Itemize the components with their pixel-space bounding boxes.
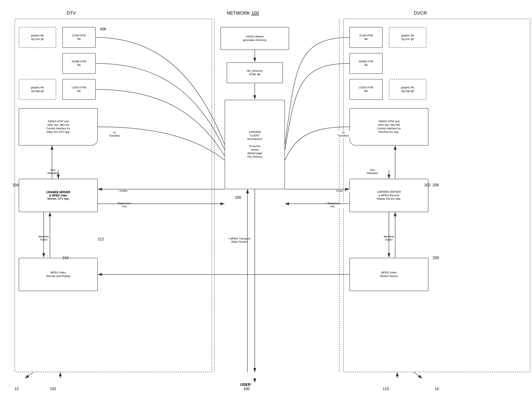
web-server-dtv: 1394WEB SERVER& MPEG VideoService, DTV A…: [19, 179, 98, 212]
graphic-file-icon-dvcr: graphic fileeg icon gif: [389, 27, 426, 48]
ref-210: 210: [62, 256, 69, 260]
web-client-box: 1394WEBCLIENTBrowserGUI-At launchshowsde…: [225, 100, 285, 189]
graphic-file-logo-dvcr: graphic fileeg logo gif: [389, 79, 426, 100]
ref-12: 12: [15, 387, 19, 391]
response-left-label: Response >Ack.: [110, 202, 139, 208]
network-right-border: [339, 19, 339, 372]
ref-208: 208: [433, 256, 439, 260]
index-htm-dtv: 'INDEX.HTM' andother doc. files theContr…: [19, 108, 98, 146]
ui-transfers-left-label: UITransfers: [104, 131, 125, 137]
graphic-file-logo-dtv: graphic fileeg logo gif: [19, 79, 56, 100]
gui-alteration-left-label: GUIAlteration: [40, 169, 66, 175]
graphic-file-icon-dtv: graphic fileeg icon gif: [19, 27, 56, 48]
hn-directory-box: HN_DirectoryHTML file: [227, 62, 283, 83]
user-label: USER: [237, 383, 254, 387]
ref-206: 206: [433, 183, 439, 187]
machine-action-left-label: MachineAction: [29, 235, 58, 241]
response-right-label: < ResponseAck.: [318, 202, 347, 208]
name-htm-dvcr: NAME.HTMfile: [349, 53, 383, 74]
mpeg-decode: MPEG VideoDecode and Display: [19, 258, 98, 291]
icon-htm-dvcr: ICON.HTMfile: [349, 27, 383, 48]
ref-408: 408: [100, 27, 106, 31]
ref-14: 14: [435, 387, 439, 391]
network-left-border: [214, 19, 215, 372]
index-htm-dvcr: 'INDEX.HTM' andother doc. files theContr…: [349, 108, 428, 146]
uidga-box: UIDGA sftwaregenerates Directory: [220, 27, 289, 50]
network-header: NETWORK 100: [227, 10, 259, 16]
ref-202: 202: [424, 183, 430, 187]
logo-htm-dvcr: LOGO.HTMfile: [349, 79, 383, 100]
dtv-header: DTV: [66, 10, 76, 16]
web-server-dvcr: 1394WEB SERVER& MPEG Record/Replay Servi…: [349, 179, 428, 212]
dvcr-header: DVCR: [414, 10, 427, 16]
action-right-label: Action >: [329, 189, 353, 192]
ref-204: 204: [12, 183, 19, 187]
ref-100: 100: [243, 387, 250, 391]
mpeg-stream: MPEG VideoStream Source: [349, 258, 428, 291]
ref-212: 212: [98, 237, 104, 241]
mpeg-transport-label: < MPEG TransportVideo Stream: [216, 237, 262, 243]
logo-htm-dtv: LOGO.HTMfile: [62, 79, 96, 100]
ref-102: 102: [50, 387, 56, 391]
ref-200: 200: [235, 195, 241, 200]
ref-110: 110: [383, 387, 389, 391]
gui-alteration-right-label: GUIAlteration: [360, 169, 385, 175]
ui-transfers-right-label: UITransfers: [333, 131, 353, 137]
svg-line-20: [25, 372, 33, 378]
svg-line-22: [414, 372, 422, 378]
machine-action-right-label: MachineAction: [374, 235, 403, 241]
action-left-label: < Action: [110, 189, 135, 192]
name-htm-dtv: NAME.HTMfile: [62, 53, 96, 74]
icon-htm-dtv: ICON.HTMfile: [62, 27, 96, 48]
